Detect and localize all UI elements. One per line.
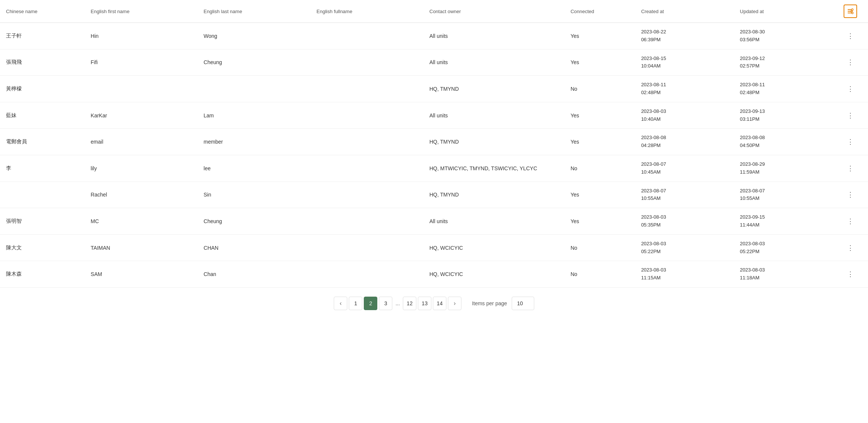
cell-created-at: 2023-08-03 10:40AM [635, 102, 734, 129]
cell-english-last: Sin [197, 182, 310, 208]
table-header-row: Chinese name English first name English … [0, 0, 868, 23]
cell-connected: Yes [565, 182, 635, 208]
settings-icon [847, 8, 854, 15]
row-more-button[interactable]: ⋮ [844, 163, 857, 174]
cell-updated-at: 2023-09-12 02:57PM [734, 49, 833, 76]
table-row: 王子軒HinWongAll unitsYes2023-08-22 06:39PM… [0, 23, 868, 50]
cell-connected: Yes [565, 49, 635, 76]
cell-english-full [310, 76, 423, 102]
cell-chinese-name: 張飛飛 [0, 49, 85, 76]
cell-updated-at: 2023-08-03 05:22PM [734, 234, 833, 261]
cell-english-last: member [197, 129, 310, 155]
cell-chinese-name: 陳大文 [0, 234, 85, 261]
items-per-page-label: Items per page [472, 300, 507, 306]
col-header-english-full[interactable]: English fullname [310, 0, 423, 23]
cell-chinese-name: 藍妹 [0, 102, 85, 129]
page-14-button[interactable]: 14 [433, 297, 446, 310]
row-more-button[interactable]: ⋮ [844, 189, 857, 200]
page-1-button[interactable]: 1 [349, 297, 362, 310]
cell-english-last: Cheung [197, 208, 310, 235]
cell-updated-at: 2023-08-03 11:18AM [734, 261, 833, 288]
cell-english-first: KarKar [85, 102, 198, 129]
col-header-settings [833, 0, 868, 23]
cell-english-full [310, 261, 423, 288]
cell-english-first: email [85, 129, 198, 155]
cell-updated-at: 2023-08-08 04:50PM [734, 129, 833, 155]
table-row: 黃檸檬HQ, TMYNDNo2023-08-11 02:48PM2023-08-… [0, 76, 868, 102]
row-more-button[interactable]: ⋮ [844, 110, 857, 121]
row-more-button[interactable]: ⋮ [844, 242, 857, 254]
cell-actions: ⋮ [833, 49, 868, 76]
row-more-button[interactable]: ⋮ [844, 83, 857, 94]
next-page-button[interactable]: › [448, 297, 461, 310]
cell-contact-owner: All units [423, 23, 565, 50]
page-3-button[interactable]: 3 [379, 297, 392, 310]
cell-contact-owner: All units [423, 49, 565, 76]
page-2-button[interactable]: 2 [364, 297, 377, 310]
cell-created-at: 2023-08-03 11:15AM [635, 261, 734, 288]
cell-english-full [310, 129, 423, 155]
cell-connected: Yes [565, 129, 635, 155]
cell-english-full [310, 182, 423, 208]
col-header-updated-at[interactable]: Updated at [734, 0, 833, 23]
prev-page-button[interactable]: ‹ [334, 297, 347, 310]
cell-english-first: Rachel [85, 182, 198, 208]
cell-english-full [310, 234, 423, 261]
cell-updated-at: 2023-09-15 11:44AM [734, 208, 833, 235]
page-13-button[interactable]: 13 [418, 297, 431, 310]
row-more-button[interactable]: ⋮ [844, 57, 857, 68]
table-row: 張飛飛FifiCheungAll unitsYes2023-08-15 10:0… [0, 49, 868, 76]
cell-english-last: Cheung [197, 49, 310, 76]
cell-created-at: 2023-08-03 05:35PM [635, 208, 734, 235]
cell-updated-at: 2023-08-30 03:56PM [734, 23, 833, 50]
column-settings-button[interactable] [844, 4, 857, 18]
cell-contact-owner: HQ, WCICYIC [423, 234, 565, 261]
cell-chinese-name: 李 [0, 155, 85, 182]
cell-english-full [310, 208, 423, 235]
table-row: 藍妹KarKarLamAll unitsYes2023-08-03 10:40A… [0, 102, 868, 129]
row-more-button[interactable]: ⋮ [844, 30, 857, 42]
cell-updated-at: 2023-09-13 03:11PM [734, 102, 833, 129]
cell-actions: ⋮ [833, 23, 868, 50]
col-header-english-last[interactable]: English last name [197, 0, 310, 23]
cell-chinese-name [0, 182, 85, 208]
items-per-page-input[interactable] [512, 297, 534, 310]
svg-point-5 [851, 12, 853, 14]
cell-chinese-name: 王子軒 [0, 23, 85, 50]
table-row: 張明智MCCheungAll unitsYes2023-08-03 05:35P… [0, 208, 868, 235]
cell-english-last: lee [197, 155, 310, 182]
cell-created-at: 2023-08-15 10:04AM [635, 49, 734, 76]
cell-connected: No [565, 155, 635, 182]
cell-actions: ⋮ [833, 182, 868, 208]
cell-updated-at: 2023-08-07 10:55AM [734, 182, 833, 208]
col-header-connected[interactable]: Connected [565, 0, 635, 23]
cell-english-last: Wong [197, 23, 310, 50]
cell-connected: Yes [565, 23, 635, 50]
pagination-container: ‹ 1 2 3 ... 12 13 14 › Items per page [0, 288, 868, 319]
col-header-contact-owner[interactable]: Contact owner [423, 0, 565, 23]
col-header-created-at[interactable]: Created at [635, 0, 734, 23]
cell-actions: ⋮ [833, 261, 868, 288]
cell-english-full [310, 23, 423, 50]
table-row: 陳大文TAIMANCHANHQ, WCICYICNo2023-08-03 05:… [0, 234, 868, 261]
cell-created-at: 2023-08-22 06:39PM [635, 23, 734, 50]
col-header-english-first[interactable]: English first name [85, 0, 198, 23]
cell-english-first: TAIMAN [85, 234, 198, 261]
cell-actions: ⋮ [833, 234, 868, 261]
table-row: 李lilyleeHQ, MTWICYIC, TMYND, TSWICYIC, Y… [0, 155, 868, 182]
row-more-button[interactable]: ⋮ [844, 136, 857, 147]
cell-chinese-name: 張明智 [0, 208, 85, 235]
row-more-button[interactable]: ⋮ [844, 268, 857, 280]
col-header-chinese-name[interactable]: Chinese name [0, 0, 85, 23]
cell-chinese-name: 陳木森 [0, 261, 85, 288]
table-body: 王子軒HinWongAll unitsYes2023-08-22 06:39PM… [0, 23, 868, 288]
cell-contact-owner: HQ, TMYND [423, 129, 565, 155]
cell-actions: ⋮ [833, 102, 868, 129]
cell-connected: No [565, 234, 635, 261]
page-12-button[interactable]: 12 [403, 297, 416, 310]
cell-english-full [310, 102, 423, 129]
pagination-ellipsis: ... [394, 300, 401, 306]
cell-actions: ⋮ [833, 155, 868, 182]
cell-english-first: Hin [85, 23, 198, 50]
row-more-button[interactable]: ⋮ [844, 216, 857, 227]
